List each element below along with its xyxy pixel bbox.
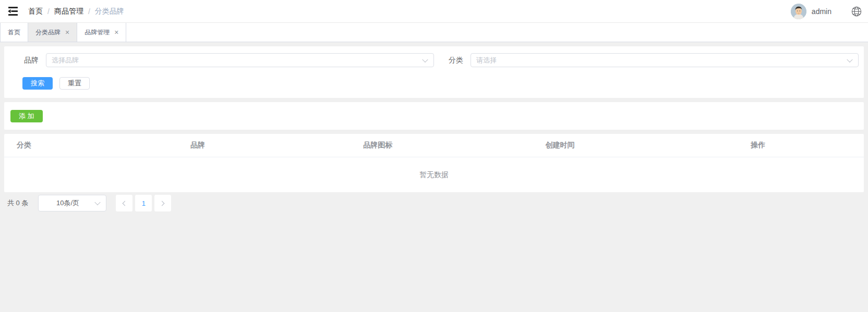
tab-label: 品牌管理	[85, 28, 110, 37]
pagination-total: 共 0 条	[7, 198, 28, 208]
category-select-placeholder: 请选择	[476, 56, 497, 65]
filter-form-row: 品牌 选择品牌 分类 请选择	[9, 53, 859, 67]
opened-tabs-bar: 首页 分类品牌 × 品牌管理 ×	[0, 23, 868, 42]
toolbar-card: 添 加	[4, 102, 864, 130]
category-select[interactable]: 请选择	[471, 53, 859, 67]
tab-brand-management[interactable]: 品牌管理 ×	[77, 23, 126, 42]
breadcrumb-category-brand: 分类品牌	[95, 7, 124, 16]
chevron-down-icon	[422, 56, 428, 62]
column-header-brand: 品牌	[107, 141, 287, 150]
page-number-button[interactable]: 1	[135, 195, 152, 211]
category-label: 分类	[434, 56, 471, 65]
chevron-right-icon	[160, 201, 165, 206]
breadcrumb-separator: /	[88, 7, 90, 16]
pagination: 共 0 条 10条/页 1	[4, 195, 864, 211]
username-label[interactable]: admin	[812, 7, 831, 16]
brand-select[interactable]: 选择品牌	[46, 53, 434, 67]
add-button[interactable]: 添 加	[10, 110, 43, 122]
pager: 1	[116, 195, 171, 211]
breadcrumb-goods-management[interactable]: 商品管理	[54, 7, 83, 16]
brand-label: 品牌	[9, 56, 46, 65]
chevron-left-icon	[123, 201, 128, 206]
table-card: 分类 品牌 品牌图标 创建时间 操作 暂无数据	[4, 134, 864, 192]
reset-button[interactable]: 重置	[59, 77, 90, 90]
page-size-value: 10条/页	[56, 198, 79, 208]
prev-page-button[interactable]	[116, 195, 132, 211]
main-content: 品牌 选择品牌 分类 请选择 搜索 重置 添 加 分类	[0, 42, 868, 216]
close-icon[interactable]: ×	[65, 29, 69, 36]
filter-card: 品牌 选择品牌 分类 请选择 搜索 重置	[4, 46, 864, 98]
close-icon[interactable]: ×	[114, 29, 118, 36]
filter-buttons-row: 搜索 重置	[9, 77, 859, 90]
breadcrumb-home[interactable]: 首页	[28, 7, 43, 16]
tab-category-brand[interactable]: 分类品牌 ×	[28, 23, 77, 42]
category-filter-item: 分类 请选择	[434, 53, 859, 67]
menu-fold-icon[interactable]	[4, 4, 22, 19]
globe-icon[interactable]	[851, 6, 862, 17]
breadcrumb-separator: /	[47, 7, 50, 16]
breadcrumb: 首页 / 商品管理 / 分类品牌	[28, 7, 124, 16]
empty-data-text: 暂无数据	[419, 170, 449, 180]
user-avatar[interactable]	[791, 4, 806, 19]
tab-label: 首页	[8, 28, 20, 37]
top-navbar: 首页 / 商品管理 / 分类品牌 admin	[0, 0, 868, 23]
chevron-down-icon	[847, 56, 852, 62]
brand-filter-item: 品牌 选择品牌	[9, 53, 434, 67]
column-header-actions: 操作	[652, 141, 864, 150]
search-button[interactable]: 搜索	[22, 77, 53, 90]
next-page-button[interactable]	[154, 195, 171, 211]
brand-select-placeholder: 选择品牌	[52, 56, 79, 65]
column-header-created-time: 创建时间	[468, 141, 653, 150]
current-page-number: 1	[142, 199, 146, 207]
chevron-down-icon	[95, 199, 101, 205]
column-header-brand-icon: 品牌图标	[288, 141, 468, 150]
table-header-row: 分类 品牌 品牌图标 创建时间 操作	[4, 134, 864, 157]
table-empty-row: 暂无数据	[4, 157, 864, 192]
tab-home[interactable]: 首页	[0, 23, 28, 42]
tab-label: 分类品牌	[35, 28, 61, 37]
column-header-category: 分类	[4, 141, 107, 150]
page-size-select[interactable]: 10条/页	[38, 195, 106, 211]
